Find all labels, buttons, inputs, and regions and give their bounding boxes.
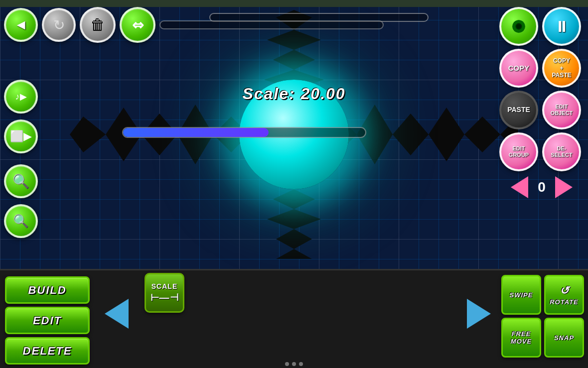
swap-progress-bar (159, 20, 384, 29)
free-move-label: FREE MOVE (511, 330, 532, 345)
redo-icon: ↻ (53, 17, 65, 33)
settings-pause-row: ⏸ (499, 7, 584, 46)
copy-button[interactable]: COPY (499, 49, 538, 88)
counter-value: 0 (534, 179, 549, 195)
counter-row: 0 (499, 176, 584, 198)
swipe-button[interactable]: SWIPE (501, 275, 541, 315)
pause-button[interactable]: ⏸ (542, 7, 581, 46)
top-header-strip (0, 0, 588, 7)
music-icon: ♪▶ (15, 91, 27, 102)
swap-icon: ⇔ (132, 17, 144, 33)
scale-button[interactable]: SCALE ⊢—⊣ (145, 273, 184, 313)
bottom-right-buttons: SWIPE ↺ ROTATE FREE MOVE SNAP (501, 275, 584, 358)
rotate-label: ROTATE (550, 298, 579, 306)
scale-progress-bar[interactable] (122, 127, 366, 138)
svg-point-2 (516, 24, 521, 29)
copy-row: COPY COPY + PASTE (499, 49, 584, 88)
edit-button[interactable]: EDIT (5, 307, 90, 334)
scale-button-container: SCALE ⊢—⊣ (145, 273, 184, 313)
music-play-button[interactable]: ♪▶ (4, 80, 38, 114)
top-controls: ◄ ↻ 🗑 ⇔ (4, 7, 384, 43)
box-play-icon: ⬜▶ (10, 130, 32, 143)
paste-label: PASTE (507, 106, 530, 114)
build-button[interactable]: BUILD (5, 276, 90, 304)
copy-label: COPY (508, 64, 530, 73)
scale-bar-fill (123, 128, 269, 137)
edit-label: EDIT (33, 314, 62, 327)
box-play-button[interactable]: ⬜▶ (4, 120, 38, 153)
paste-button[interactable]: PASTE (499, 91, 538, 129)
counter-prev-button[interactable] (511, 176, 528, 198)
copy-paste-label: COPY + PASTE (552, 57, 571, 79)
dot-1 (285, 362, 289, 366)
swap-button[interactable]: ⇔ (120, 7, 155, 43)
snap-button[interactable]: SNAP (544, 318, 584, 358)
dot-2 (292, 362, 296, 366)
delete-label: DELETE (23, 345, 72, 358)
zoom-in-icon: 🔍 (12, 173, 30, 190)
swipe-label: SWIPE (510, 291, 533, 299)
scale-btn-label: SCALE (151, 282, 177, 290)
trash-button[interactable]: 🗑 (80, 7, 116, 43)
edit-group-button[interactable]: EDIT GROUP (499, 132, 538, 171)
build-label: BUILD (28, 284, 66, 297)
bottom-left-buttons: BUILD EDIT DELETE (5, 276, 90, 365)
rotate-button[interactable]: ↺ ROTATE (544, 275, 584, 315)
nav-right-button[interactable] (467, 299, 491, 329)
edit-object-button[interactable]: EDIT OBJECT (542, 91, 581, 129)
counter-next-button[interactable] (555, 176, 573, 198)
edit-group-row: EDIT GROUP DE- SELECT (499, 132, 584, 171)
nav-left-button[interactable] (105, 299, 129, 329)
scale-label: Scale: 20.00 (242, 85, 345, 103)
delete-button[interactable]: DELETE (5, 337, 90, 365)
deselect-label: DE- SELECT (551, 145, 572, 158)
pause-icon: ⏸ (554, 18, 569, 35)
zoom-out-icon: 🔍 (13, 214, 29, 229)
edit-group-label: EDIT GROUP (509, 145, 529, 158)
right-top-controls: ⏸ COPY COPY + PASTE PASTE EDIT OBJECT ED… (499, 7, 584, 198)
left-sidebar-icons: ♪▶ ⬜▶ 🔍 🔍 (4, 80, 38, 238)
rotate-icon: ↺ (560, 284, 569, 297)
gear-icon (509, 16, 529, 36)
swap-bar-group: ⇔ (120, 7, 384, 43)
scale-ruler-icon: ⊢—⊣ (150, 291, 179, 303)
trash-icon: 🗑 (90, 16, 105, 33)
deselect-button[interactable]: DE- SELECT (542, 132, 581, 171)
snap-label: SNAP (554, 334, 574, 342)
redo-button[interactable]: ↻ (42, 8, 76, 42)
dot-3 (299, 362, 303, 366)
undo-icon: ◄ (14, 17, 28, 33)
bottom-dots (285, 362, 303, 366)
paste-row: PASTE EDIT OBJECT (499, 91, 584, 129)
copy-paste-button[interactable]: COPY + PASTE (542, 49, 581, 88)
free-move-button[interactable]: FREE MOVE (501, 318, 541, 358)
zoom-in-button[interactable]: 🔍 (4, 164, 38, 198)
edit-object-label: EDIT OBJECT (551, 104, 573, 117)
undo-button[interactable]: ◄ (4, 8, 38, 42)
settings-button[interactable] (499, 7, 538, 46)
zoom-out-button[interactable]: 🔍 (4, 204, 38, 238)
